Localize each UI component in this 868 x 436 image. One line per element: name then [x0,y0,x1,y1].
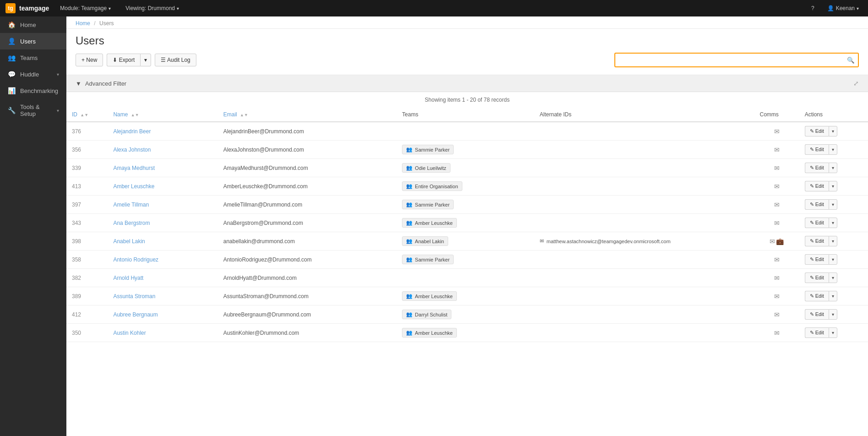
team-badge[interactable]: 👥 Anabel Lakin [402,236,448,246]
team-badge[interactable]: 👥 Darryl Schulist [402,310,451,319]
cell-email: AmelieTillman@Drummond.com [218,196,397,214]
edit-button[interactable]: ✎ Edit [805,254,829,265]
cell-name[interactable]: Assunta Stroman [108,287,217,305]
cell-actions: ✎ Edit ▾ [799,196,868,214]
sidebar-item-huddle[interactable]: 💬 Huddle ▾ [0,66,66,82]
edit-button[interactable]: ✎ Edit [805,144,829,155]
cell-id: 389 [66,287,108,305]
breadcrumb-home-link[interactable]: Home [76,20,90,27]
edit-button[interactable]: ✎ Edit [805,181,829,191]
sidebar-item-home-label: Home [20,22,59,28]
cell-teams [396,269,534,287]
viewing-chevron-icon: ▾ [177,6,179,11]
cell-name[interactable]: Austin Kohler [108,324,217,342]
user-menu[interactable]: 👤 Keenan ▾ [824,3,863,13]
cell-name[interactable]: Anabel Lakin [108,232,217,251]
email-comms-icon: ✉ [774,293,780,300]
new-button[interactable]: + New [76,54,103,66]
team-badge[interactable]: 👥 Odie Lueilwitz [402,163,450,173]
edit-button[interactable]: ✎ Edit [805,126,829,136]
col-email[interactable]: Email ▲▼ [218,108,397,122]
cell-name[interactable]: Alexa Johnston [108,141,217,159]
team-badge[interactable]: 👥 Entire Organisation [402,181,462,191]
team-badge-icon: 👥 [406,147,412,153]
edit-dropdown-button[interactable]: ▾ [829,163,837,173]
cell-comms: ✉ [754,305,799,324]
edit-dropdown-button[interactable]: ▾ [829,272,837,283]
edit-button[interactable]: ✎ Edit [805,309,829,320]
edit-dropdown-button[interactable]: ▾ [829,126,837,136]
team-badge[interactable]: 👥 Sammie Parker [402,255,454,264]
expand-icon[interactable]: ⤢ [853,80,859,87]
team-badge-icon: 👥 [406,183,412,189]
cell-name[interactable]: Antonio Rodriguez [108,251,217,269]
cell-name[interactable]: Amaya Medhurst [108,159,217,177]
cell-actions: ✎ Edit ▾ [799,305,868,324]
cell-email: AssuntaStroman@Drummond.com [218,287,397,305]
cell-comms: ✉ [754,324,799,342]
cell-name[interactable]: Aubree Bergnaum [108,305,217,324]
cell-name[interactable]: Alejandrin Beer [108,122,217,141]
viewing-selector[interactable]: Viewing: Drummond ▾ [122,3,183,13]
edit-dropdown-button[interactable]: ▾ [829,327,837,338]
user-chevron-icon: ▾ [857,6,859,11]
team-badge[interactable]: 👥 Amber Leuschke [402,218,457,228]
edit-dropdown-button[interactable]: ▾ [829,218,837,228]
cell-id: 339 [66,159,108,177]
email-comms-icon: ✉ [774,128,780,135]
sidebar-item-home[interactable]: 🏠 Home [0,16,66,33]
team-badge-icon: 👥 [406,202,412,207]
edit-dropdown-button[interactable]: ▾ [829,236,837,246]
search-input[interactable] [614,53,843,67]
edit-dropdown-button[interactable]: ▾ [829,309,837,320]
cell-email: AubreeBergnaum@Drummond.com [218,305,397,324]
team-badge[interactable]: 👥 Amber Leuschke [402,328,457,338]
edit-button[interactable]: ✎ Edit [805,218,829,228]
search-button[interactable]: 🔍 [843,53,859,67]
col-name[interactable]: Name ▲▼ [108,108,217,122]
sidebar-item-benchmarking[interactable]: 📊 Benchmarking [0,82,66,99]
edit-dropdown-button[interactable]: ▾ [829,144,837,155]
edit-button[interactable]: ✎ Edit [805,236,829,246]
sidebar-item-benchmarking-label: Benchmarking [20,87,59,94]
cell-actions: ✎ Edit ▾ [799,122,868,141]
col-alt-ids-label: Alternate IDs [540,111,571,118]
alt-id-email-icon: ✉ [540,238,544,244]
cell-name[interactable]: Amber Leuschke [108,177,217,196]
edit-button[interactable]: ✎ Edit [805,199,829,210]
action-group: ✎ Edit ▾ [805,163,863,173]
sidebar-item-tools[interactable]: 🔧 Tools & Setup ▾ [0,99,66,122]
export-dropdown-button[interactable]: ▾ [140,54,151,66]
sidebar-item-users[interactable]: 👤 Users [0,33,66,49]
edit-button[interactable]: ✎ Edit [805,272,829,283]
brand-icon: tg [5,3,16,13]
edit-button[interactable]: ✎ Edit [805,327,829,338]
team-badge[interactable]: 👥 Amber Leuschke [402,291,457,301]
cell-id: 412 [66,305,108,324]
sidebar-item-teams[interactable]: 👥 Teams [0,49,66,66]
edit-dropdown-button[interactable]: ▾ [829,199,837,210]
edit-dropdown-button[interactable]: ▾ [829,291,837,301]
team-badge[interactable]: 👥 Sammie Parker [402,145,454,154]
audit-log-button[interactable]: ☰ Audit Log [155,54,196,66]
cell-id: 358 [66,251,108,269]
edit-button[interactable]: ✎ Edit [805,291,829,301]
edit-dropdown-button[interactable]: ▾ [829,181,837,191]
cell-comms: ✉ [754,269,799,287]
module-selector[interactable]: Module: Teamgage ▾ [56,3,114,13]
col-id[interactable]: ID ▲▼ [66,108,108,122]
cell-actions: ✎ Edit ▾ [799,177,868,196]
export-button[interactable]: ⬇ Export [107,54,140,66]
edit-dropdown-button[interactable]: ▾ [829,254,837,265]
cell-comms: ✉💼 [754,232,799,251]
cell-name[interactable]: Ana Bergstrom [108,214,217,232]
cell-name[interactable]: Arnold Hyatt [108,269,217,287]
cell-name[interactable]: Amelie Tillman [108,196,217,214]
page-title: Users [76,34,859,47]
edit-button[interactable]: ✎ Edit [805,163,829,173]
help-button[interactable]: ? [808,3,818,13]
cell-teams: 👥 Amber Leuschke [396,324,534,342]
team-badge[interactable]: 👥 Sammie Parker [402,200,454,209]
table-row: 339Amaya MedhurstAmayaMedhurst@Drummond.… [66,159,868,177]
action-group: ✎ Edit ▾ [805,272,863,283]
